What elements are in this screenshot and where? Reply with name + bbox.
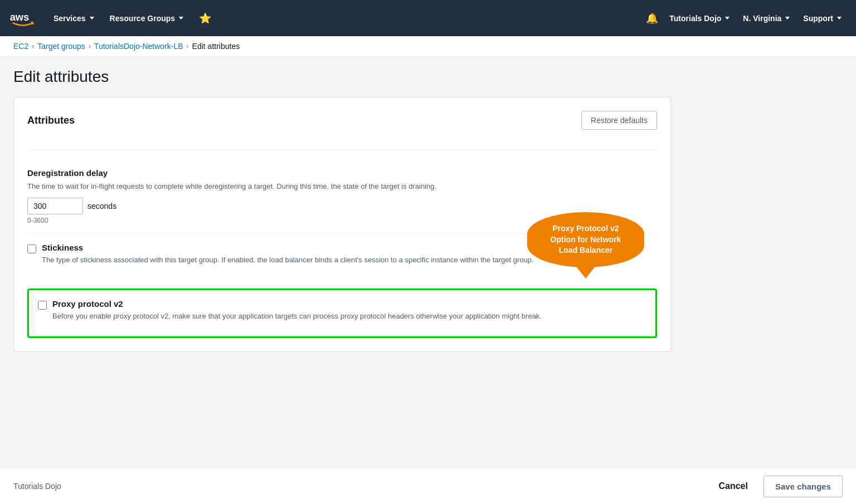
proxy-protocol-section: Proxy Protocol v2 Option for Network Loa… [27,288,657,338]
restore-defaults-button[interactable]: Restore defaults [581,111,657,130]
region-chevron-icon [785,17,790,19]
resource-groups-chevron-icon [179,17,183,19]
proxy-protocol-label-group: Proxy protocol v2 Before you enable prox… [52,299,542,327]
deregistration-delay-description: The time to wait for in-flight requests … [27,181,529,192]
bookmarks-button[interactable]: ⭐ [193,9,217,28]
deregistration-delay-unit: seconds [87,202,116,211]
support-chevron-icon [837,17,842,19]
services-menu[interactable]: Services [48,11,100,26]
star-icon: ⭐ [199,12,211,25]
page-title: Edit attributes [13,68,843,86]
breadcrumb-sep-1: › [32,42,34,50]
tutorials-dojo-chevron-icon [725,17,729,19]
breadcrumb: EC2 › Target groups › TutorialsDojo-Netw… [0,36,856,57]
nav-right-section: 🔔 Tutorials Dojo N. Virginia Support [643,9,847,28]
breadcrumb-ec2[interactable]: EC2 [13,42,28,51]
proxy-protocol-label: Proxy protocol v2 [52,299,542,309]
deregistration-delay-label: Deregistration delay [27,168,657,178]
page-footer: Tutorials Dojo Cancel Save changes [0,468,856,488]
resource-groups-menu[interactable]: Resource Groups [104,11,189,26]
card-header: Attributes Restore defaults [27,111,657,139]
breadcrumb-sep-2: › [89,42,91,50]
card-title: Attributes [27,115,75,126]
deregistration-delay-input-row: seconds [27,198,657,214]
notifications-icon[interactable]: 🔔 [643,9,662,28]
cancel-button[interactable]: Cancel [712,477,754,488]
footer-actions: Cancel Save changes [712,476,843,489]
stickiness-label-group: Stickiness The type of stickiness associ… [42,243,534,271]
main-content: Edit attributes Attributes Restore defau… [0,57,856,488]
breadcrumb-lb-name[interactable]: TutorialsDojo-Network-LB [94,42,183,51]
tutorials-dojo-menu[interactable]: Tutorials Dojo [664,11,735,26]
stickiness-description: The type of stickiness associated with t… [42,255,534,266]
region-menu[interactable]: N. Virginia [737,11,795,26]
services-chevron-icon [90,17,94,19]
breadcrumb-sep-3: › [187,42,189,50]
svg-marker-1 [30,21,35,24]
save-changes-button[interactable]: Save changes [763,476,843,489]
stickiness-checkbox[interactable] [27,244,36,253]
breadcrumb-current: Edit attributes [192,42,240,51]
footer-brand: Tutorials Dojo [13,482,61,488]
proxy-protocol-description: Before you enable proxy protocol v2, mak… [52,311,542,322]
deregistration-delay-input[interactable] [27,198,83,214]
attributes-card: Attributes Restore defaults Deregistrati… [13,97,671,352]
proxy-protocol-tooltip: Proxy Protocol v2 Option for Network Loa… [527,212,644,267]
card-divider [27,150,657,150]
proxy-protocol-checkbox-row: Proxy protocol v2 Before you enable prox… [38,299,646,327]
svg-text:aws: aws [10,11,30,22]
support-menu[interactable]: Support [797,11,847,26]
aws-logo[interactable]: aws [9,10,37,27]
proxy-protocol-checkbox[interactable] [38,301,47,310]
breadcrumb-target-groups[interactable]: Target groups [37,42,85,51]
stickiness-label: Stickiness [42,243,534,252]
top-navigation: aws Services Resource Groups ⭐ 🔔 Tutoria… [0,0,856,36]
